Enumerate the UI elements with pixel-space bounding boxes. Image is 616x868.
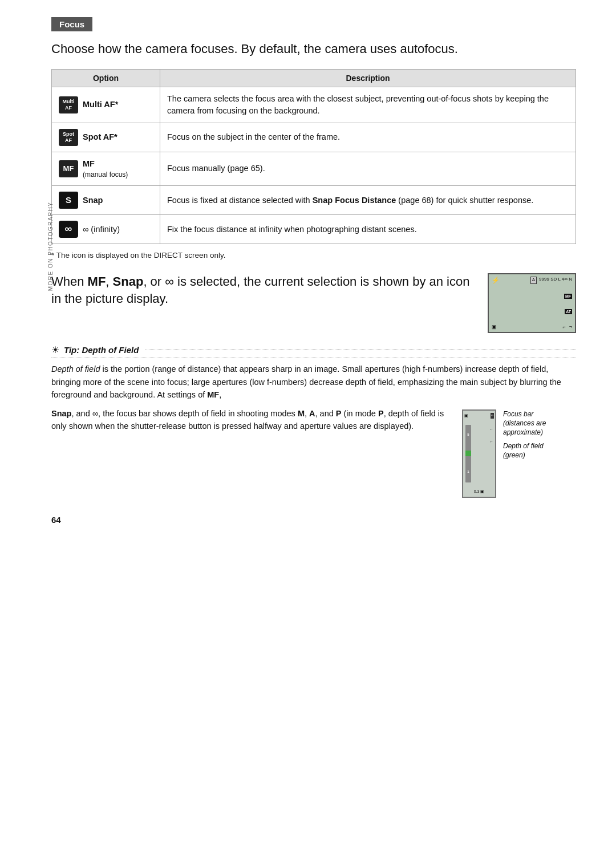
mf-snap-section: When MF, Snap, or ∞ is selected, the cur… bbox=[51, 273, 576, 333]
tip-lower-text: Snap, and ∞, the focus bar shows depth o… bbox=[51, 407, 451, 433]
mf-description: Focus manually (page 65). bbox=[160, 152, 576, 185]
spot-af-description: Focus on the subject in the center of th… bbox=[160, 123, 576, 152]
sidebar-label: More on Photography bbox=[47, 201, 54, 291]
tip-header: ☀ Tip: Depth of Field bbox=[51, 344, 576, 358]
snap-icon: S bbox=[59, 192, 78, 209]
table-row: MF MF (manual focus) Focus manually (pag… bbox=[52, 152, 576, 185]
focus-title: Focus bbox=[59, 19, 84, 29]
tip-section: ☀ Tip: Depth of Field Depth of field is … bbox=[51, 344, 576, 497]
multi-af-label: Multi AF* bbox=[83, 99, 118, 111]
cam-a-badge: A bbox=[530, 277, 537, 284]
table-row: MultiAF Multi AF* The camera selects the… bbox=[52, 87, 576, 123]
table-row: ∞ ∞ (infinity) Fix the focus distance at… bbox=[52, 215, 576, 244]
multi-af-icon: MultiAF bbox=[59, 96, 78, 113]
cam-mid-icon1: ⌐ bbox=[562, 324, 565, 330]
fbar-arrow-bottom: ← bbox=[489, 439, 493, 445]
table-row: S Snap Focus is fixed at distance select… bbox=[52, 186, 576, 215]
fbar-icon-2: ∞ bbox=[491, 413, 494, 419]
fbar-tick-5: 5 bbox=[467, 432, 469, 437]
fbar-tick-3: 3 bbox=[465, 451, 471, 456]
mf-sublabel: (manual focus) bbox=[83, 170, 128, 180]
spot-af-icon: SpotAF bbox=[59, 129, 78, 146]
page-number: 64 bbox=[51, 515, 576, 525]
spot-af-label: Spot AF* bbox=[83, 131, 117, 143]
fbar-icon-1: ▣ bbox=[464, 413, 468, 419]
infinity-label: ∞ (infinity) bbox=[83, 224, 120, 236]
options-table: Option Description MultiAF Multi AF* The… bbox=[51, 69, 576, 244]
focus-bar-label-1: Focus bar(distances areapproximate) bbox=[503, 409, 576, 437]
tip-bulb-icon: ☀ bbox=[51, 344, 59, 355]
table-row: SpotAF Spot AF* Focus on the subject in … bbox=[52, 123, 576, 152]
mf-snap-text: When MF, Snap, or ∞ is selected, the cur… bbox=[51, 273, 476, 307]
camera-display: ⚡ A 9999 SD L 4∞ N MF AT ▣ ⌐ ¬ bbox=[488, 273, 576, 333]
mf-label: MF bbox=[83, 158, 128, 170]
cam-bottom-icon: ▣ bbox=[492, 324, 497, 330]
fbar-tick-1: 1 bbox=[467, 469, 469, 474]
tip-body: Depth of field is the portion (range of … bbox=[51, 363, 576, 497]
cam-status-text: 9999 SD L 4∞ N bbox=[539, 277, 572, 284]
cam-at-badge: AT bbox=[565, 309, 572, 314]
table-footnote: * The icon is displayed on the DIRECT sc… bbox=[51, 251, 576, 259]
tip-lower: Snap, and ∞, the focus bar shows depth o… bbox=[51, 407, 576, 498]
cam-mid-icon2: ¬ bbox=[569, 324, 572, 330]
focus-bar-area: ▣ ∞ 5 3 1 ← ← bbox=[462, 409, 576, 498]
intro-paragraph: Choose how the camera focuses. By defaul… bbox=[51, 40, 576, 58]
table-header-description: Description bbox=[160, 69, 576, 87]
tip-title: Tip: Depth of Field bbox=[64, 345, 139, 355]
fbar-bottom: 0.3 ▣ bbox=[463, 489, 495, 495]
multi-af-description: The camera selects the focus area with t… bbox=[160, 87, 576, 123]
snap-description: Focus is fixed at distance selected with… bbox=[160, 186, 576, 215]
mf-icon: MF bbox=[59, 160, 78, 177]
cam-mf-badge: MF bbox=[564, 294, 572, 299]
focus-bar-label-2: Depth of field(green) bbox=[503, 441, 576, 460]
infinity-description: Fix the focus distance at infinity when … bbox=[160, 215, 576, 244]
cam-flash-icon: ⚡ bbox=[492, 277, 500, 284]
snap-label: Snap bbox=[83, 194, 103, 206]
focus-bar-labels: Focus bar(distances areapproximate) Dept… bbox=[503, 409, 576, 465]
infinity-icon: ∞ bbox=[59, 221, 78, 238]
table-header-option: Option bbox=[52, 69, 160, 87]
fbar-arrow-top: ← bbox=[489, 427, 493, 433]
focus-header: Focus bbox=[51, 17, 92, 31]
